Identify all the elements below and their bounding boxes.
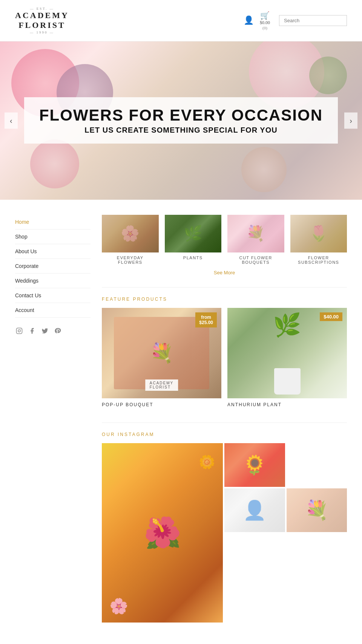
sidebar-link-shop[interactable]: Shop (15, 234, 28, 240)
sidebar-link-home[interactable]: Home (15, 219, 29, 225)
hero-prev-button[interactable]: ‹ (5, 112, 18, 128)
logo-title: ACADEMY FLORIST (15, 11, 69, 31)
instagram-icon[interactable] (15, 327, 23, 335)
flower-deco-6 (241, 147, 287, 192)
everyday-flowers-deco: 🌸 (102, 215, 159, 252)
sidebar-item-account[interactable]: Account (15, 303, 90, 318)
hero-title: FLOWERS FOR EVERY OCCASION (39, 106, 323, 124)
cart-count: (0) (262, 26, 267, 30)
flower-deco-4 (30, 139, 79, 188)
content-area: 🌸 EVERYDAYFLOWERS 🌿 PLANTS 💐 CUT FLOWERB… (102, 215, 347, 638)
subscription-deco: 🌷 (290, 215, 347, 252)
product-anthurium-price: $40.00 (320, 312, 342, 321)
svg-rect-0 (17, 328, 22, 333)
sidebar: Home Shop About Us Corporate Weddings Co… (15, 215, 90, 638)
category-plants-label: PLANTS (165, 255, 222, 260)
featured-section-title: FEATURE PRODUCTS (102, 297, 347, 302)
product-pop-up-name: POP-UP BOUQUET (102, 402, 221, 407)
section-divider-2 (102, 422, 347, 423)
instagram-large[interactable]: 🌺 🌸 🌼 (102, 443, 223, 623)
sidebar-social (15, 327, 90, 335)
hero-banner: ‹ FLOWERS FOR EVERY OCCASION LET US CREA… (0, 41, 362, 200)
logo[interactable]: — EST. — ACADEMY FLORIST — 1990 — (15, 7, 69, 34)
category-subscription[interactable]: 🌷 FLOWERSUBSCRIPTIONS (290, 215, 347, 265)
cart-price: $0.00 (260, 20, 270, 26)
sidebar-link-account[interactable]: Account (15, 307, 34, 313)
hero-text: FLOWERS FOR EVERY OCCASION LET US CREATE… (24, 97, 338, 144)
plants-deco: 🌿 (165, 215, 222, 252)
twitter-icon[interactable] (41, 327, 49, 335)
instagram-bottom-right[interactable]: 💐 (287, 488, 347, 532)
instagram-far-right-col: 💐 (287, 443, 347, 532)
flower-deco-5 (309, 57, 347, 94)
category-grid: 🌸 EVERYDAYFLOWERS 🌿 PLANTS 💐 CUT FLOWERB… (102, 215, 347, 265)
pinterest-icon[interactable] (54, 327, 62, 335)
cart-icon: 🛒 (260, 11, 270, 20)
header: — EST. — ACADEMY FLORIST — 1990 — 👤 🛒 $0… (0, 0, 362, 41)
sidebar-link-weddings[interactable]: Weddings (15, 278, 38, 284)
instagram-section-title: OUR INSTAGRAM (102, 432, 347, 437)
category-everyday[interactable]: 🌸 EVERYDAYFLOWERS (102, 215, 159, 265)
logo-est: — EST. — (30, 7, 54, 11)
user-icon[interactable]: 👤 (244, 15, 254, 25)
see-more-link[interactable]: See More (214, 270, 235, 275)
sidebar-item-contact[interactable]: Contact Us (15, 288, 90, 303)
header-icons: 👤 🛒 $0.00 (0) (244, 11, 270, 30)
sidebar-item-shop[interactable]: Shop (15, 229, 90, 244)
category-plants[interactable]: 🌿 PLANTS (165, 215, 222, 265)
sidebar-item-weddings[interactable]: Weddings (15, 274, 90, 288)
sidebar-link-contact[interactable]: Contact Us (15, 292, 41, 298)
product-anthurium-name: ANTHURIUM PLANT (227, 402, 347, 407)
product-anthurium[interactable]: 🌿 $40.00 ANTHURIUM PLANT (227, 308, 347, 407)
search-input[interactable] (279, 15, 347, 26)
hero-next-button[interactable]: › (344, 112, 357, 128)
sidebar-item-corporate[interactable]: Corporate (15, 259, 90, 274)
hero-subtitle: LET US CREATE SOMETHING SPECIAL FOR YOU (39, 126, 323, 135)
category-cut-flower[interactable]: 💐 CUT FLOWERBOUQUETS (227, 215, 284, 265)
header-right: 👤 🛒 $0.00 (0) (244, 11, 347, 30)
instagram-large-img: 🌺 🌸 🌼 (102, 443, 223, 623)
sidebar-link-about[interactable]: About Us (15, 248, 37, 254)
sidebar-item-about[interactable]: About Us (15, 244, 90, 259)
cart-area[interactable]: 🛒 $0.00 (0) (260, 11, 270, 30)
see-more: See More (102, 269, 347, 276)
instagram-tr-img: 🌻 (224, 443, 285, 487)
svg-point-1 (18, 330, 20, 332)
instagram-mr-img: 👤 (224, 488, 285, 532)
sidebar-link-corporate[interactable]: Corporate (15, 263, 38, 269)
svg-point-2 (20, 329, 21, 330)
instagram-br-img: 💐 (287, 488, 347, 532)
product-pop-up[interactable]: 💐 ACADEMYFLORIST from $25.00 POP-UP BOUQ… (102, 308, 221, 407)
category-subscription-label: FLOWERSUBSCRIPTIONS (290, 255, 347, 265)
cut-flower-deco: 💐 (227, 215, 284, 252)
sidebar-item-home[interactable]: Home (15, 215, 90, 229)
instagram-middle-right[interactable]: 👤 (224, 488, 285, 532)
facebook-icon[interactable] (28, 327, 36, 335)
sidebar-nav: Home Shop About Us Corporate Weddings Co… (15, 215, 90, 318)
search-box (279, 15, 347, 26)
category-everyday-label: EVERYDAYFLOWERS (102, 255, 159, 265)
section-divider-1 (102, 287, 347, 288)
products-grid: 💐 ACADEMYFLORIST from $25.00 POP-UP BOUQ… (102, 308, 347, 407)
instagram-top-right[interactable]: 🌻 (224, 443, 285, 487)
instagram-right-col: 🌻 👤 (224, 443, 285, 532)
logo-year: — 1990 — (30, 31, 54, 34)
product-pop-up-price: from $25.00 (195, 312, 217, 327)
instagram-grid: 🌺 🌸 🌼 🌻 👤 💐 (102, 443, 347, 623)
main-container: Home Shop About Us Corporate Weddings Co… (0, 200, 362, 644)
category-cut-label: CUT FLOWERBOUQUETS (227, 255, 284, 265)
